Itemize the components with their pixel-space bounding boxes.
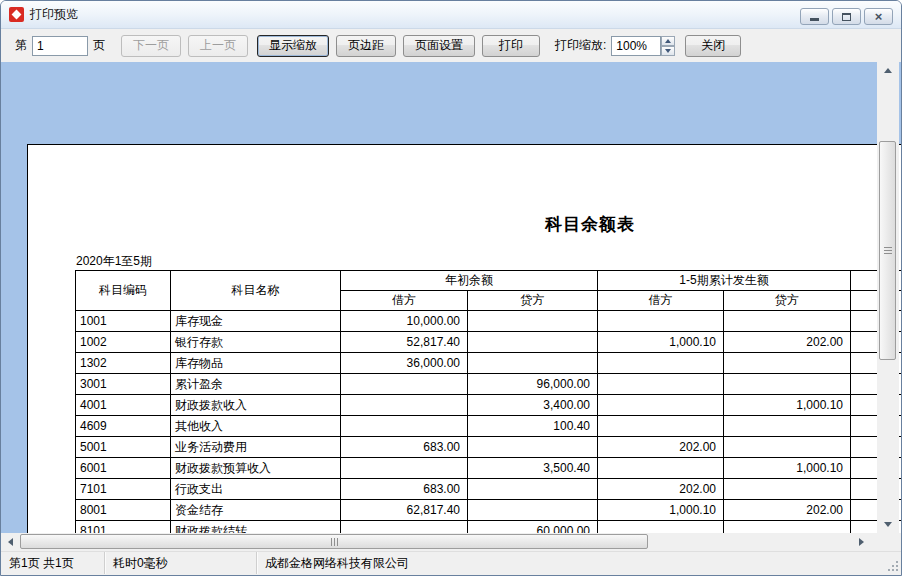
spinner-up-button[interactable] — [661, 36, 675, 46]
cell-begin-credit — [468, 353, 598, 374]
cell-name: 财政拨款预算收入 — [171, 458, 341, 479]
cell-begin-debit: 52,817.40 — [341, 332, 468, 353]
cell-cum-credit — [724, 479, 851, 500]
cell-code: 7101 — [76, 479, 171, 500]
cell-cum-credit — [724, 311, 851, 332]
header-begin-group: 年初余额 — [341, 271, 598, 291]
table-row: 8001资金结存62,817.401,000.10202.00 — [76, 500, 902, 521]
cell-begin-credit: 60,000.00 — [468, 521, 598, 534]
cell-begin-debit: 62,817.40 — [341, 500, 468, 521]
scroll-up-icon — [884, 68, 892, 73]
header-begin-debit: 借方 — [341, 291, 468, 311]
cell-name: 资金结存 — [171, 500, 341, 521]
cell-cum-credit: 202.00 — [724, 500, 851, 521]
scroll-left-button[interactable] — [2, 533, 19, 551]
vertical-scroll-thumb[interactable] — [879, 141, 896, 360]
page-suffix-label: 页 — [93, 37, 105, 54]
cell-begin-credit: 3,400.00 — [468, 395, 598, 416]
scroll-right-button[interactable] — [853, 533, 870, 551]
cell-begin-credit: 96,000.00 — [468, 374, 598, 395]
cell-code: 1302 — [76, 353, 171, 374]
cell-begin-debit — [341, 374, 468, 395]
prev-page-button[interactable]: 上一页 — [188, 35, 248, 57]
print-preview-window: 打印预览 × 第 页 下一页 上一页 显示缩放 页边距 页面设置 打印 打印缩放… — [0, 0, 902, 576]
cell-name: 累计盈余 — [171, 374, 341, 395]
table-body: 1001库存现金10,000.001002银行存款52,817.401,000.… — [76, 311, 902, 534]
next-page-button[interactable]: 下一页 — [121, 35, 181, 57]
scroll-up-button[interactable] — [877, 62, 899, 79]
header-cum-credit: 贷方 — [724, 291, 851, 311]
thumb-grip-icon — [884, 247, 892, 254]
cell-begin-credit — [468, 500, 598, 521]
show-zoom-button[interactable]: 显示缩放 — [257, 35, 329, 57]
cell-begin-credit: 3,500.40 — [468, 458, 598, 479]
close-icon: × — [875, 10, 883, 23]
window-title: 打印预览 — [30, 6, 78, 23]
print-zoom-label: 打印缩放: — [555, 37, 606, 54]
cell-cum-debit — [598, 374, 724, 395]
cell-code: 6001 — [76, 458, 171, 479]
print-zoom-input[interactable] — [611, 36, 661, 56]
cell-name: 银行存款 — [171, 332, 341, 353]
cell-cum-credit — [724, 374, 851, 395]
horizontal-scrollbar[interactable] — [1, 533, 901, 551]
page-setup-button[interactable]: 页面设置 — [403, 35, 475, 57]
cell-name: 业务活动费用 — [171, 437, 341, 458]
header-cumulative-group: 1-5期累计发生额 — [598, 271, 851, 291]
page-prefix-label: 第 — [15, 37, 27, 54]
status-page-info: 第1页 共1页 — [1, 552, 105, 574]
restore-button[interactable] — [832, 8, 861, 25]
scroll-down-button[interactable] — [877, 516, 899, 533]
table-row: 8101财政拨款结转60,000.00 — [76, 521, 902, 534]
balance-table: 科目编码 科目名称 年初余额 1-5期累计发生额 借方 贷方 借方 贷方 100 — [75, 270, 901, 533]
cell-begin-debit: 36,000.00 — [341, 353, 468, 374]
cell-cum-debit: 1,000.10 — [598, 500, 724, 521]
cell-cum-debit: 202.00 — [598, 437, 724, 458]
table-row: 1001库存现金10,000.00 — [76, 311, 902, 332]
cell-name: 行政支出 — [171, 479, 341, 500]
margins-button[interactable]: 页边距 — [336, 35, 396, 57]
titlebar[interactable]: 打印预览 × — [1, 1, 901, 29]
cell-cum-credit: 1,000.10 — [724, 458, 851, 479]
cell-cum-debit — [598, 416, 724, 437]
table-row: 4001财政拨款收入3,400.001,000.10 — [76, 395, 902, 416]
table-row: 4609其他收入100.40 — [76, 416, 902, 437]
cell-cum-debit — [598, 311, 724, 332]
minimize-icon — [810, 18, 819, 21]
close-window-button[interactable]: × — [864, 8, 893, 25]
cell-cum-debit: 1,000.10 — [598, 332, 724, 353]
table-row: 1002银行存款52,817.401,000.10202.00 — [76, 332, 902, 353]
thumb-grip-icon — [331, 538, 338, 546]
header-begin-credit: 贷方 — [468, 291, 598, 311]
cell-begin-debit — [341, 416, 468, 437]
cell-cum-debit — [598, 353, 724, 374]
cell-cum-credit — [724, 521, 851, 534]
cell-cum-debit — [598, 458, 724, 479]
toolbar: 第 页 下一页 上一页 显示缩放 页边距 页面设置 打印 打印缩放: 关闭 — [1, 29, 901, 62]
report-period: 2020年1至5期 — [76, 253, 152, 270]
cell-code: 4609 — [76, 416, 171, 437]
resize-grip[interactable] — [896, 569, 898, 571]
cell-code: 1001 — [76, 311, 171, 332]
spinner-down-button[interactable] — [661, 46, 675, 56]
header-code: 科目编码 — [76, 271, 171, 311]
vertical-scrollbar[interactable] — [877, 62, 899, 533]
cell-cum-debit — [598, 395, 724, 416]
statusbar: 第1页 共1页 耗时0毫秒 成都金格网络科技有限公司 — [1, 551, 901, 574]
minimize-button[interactable] — [800, 8, 829, 25]
table-row: 6001财政拨款预算收入3,500.401,000.10 — [76, 458, 902, 479]
cell-cum-debit — [598, 521, 724, 534]
preview-area: 科目余额表 2020年1至5期 科目编码 科目名称 年初余额 1-5期累计发生额 — [1, 62, 901, 533]
header-name: 科目名称 — [171, 271, 341, 311]
cell-begin-debit — [341, 395, 468, 416]
page-number-input[interactable] — [32, 36, 88, 56]
spinner-up-icon — [665, 39, 671, 43]
close-preview-button[interactable]: 关闭 — [685, 35, 741, 57]
table-row: 3001累计盈余96,000.00 — [76, 374, 902, 395]
table-row: 7101行政支出683.00202.00 — [76, 479, 902, 500]
report-page: 科目余额表 2020年1至5期 科目编码 科目名称 年初余额 1-5期累计发生额 — [27, 144, 901, 533]
horizontal-scroll-thumb[interactable] — [20, 534, 648, 549]
restore-icon — [842, 13, 851, 21]
cell-cum-debit: 202.00 — [598, 479, 724, 500]
print-button[interactable]: 打印 — [482, 35, 540, 57]
